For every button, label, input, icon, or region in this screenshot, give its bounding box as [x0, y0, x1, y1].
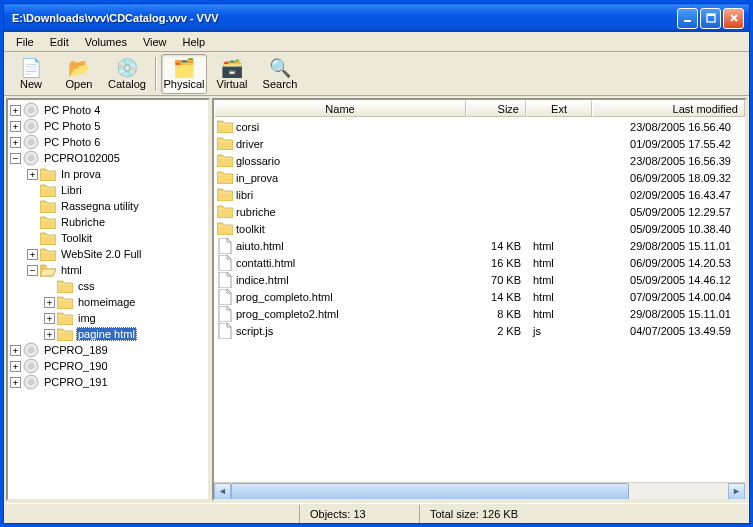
list-row[interactable]: rubriche05/09/2005 12.29.57: [215, 203, 744, 220]
menu-file[interactable]: File: [8, 34, 42, 50]
tree-item[interactable]: Toolkit: [10, 230, 206, 246]
close-button[interactable]: [723, 8, 744, 29]
expander-icon[interactable]: +: [27, 169, 38, 180]
app-window: E:\Downloads\vvv\CDCatalog.vvv - VVV Fil…: [3, 3, 750, 524]
file-name: script.js: [236, 325, 273, 337]
tree-item[interactable]: Libri: [10, 182, 206, 198]
expander-icon[interactable]: +: [44, 313, 55, 324]
open-button[interactable]: 📂Open: [56, 54, 102, 94]
file-name: prog_completo2.html: [236, 308, 339, 320]
folder-icon: [217, 170, 233, 186]
tree-item[interactable]: +PCPRO_190: [10, 358, 206, 374]
list-row[interactable]: toolkit05/09/2005 10.38.40: [215, 220, 744, 237]
expander-icon[interactable]: +: [10, 105, 21, 116]
list-row[interactable]: script.js2 KBjs04/07/2005 13.49.59: [215, 322, 744, 339]
tree-item[interactable]: +PC Photo 5: [10, 118, 206, 134]
tree-item[interactable]: css: [10, 278, 206, 294]
list-row[interactable]: indice.html70 KBhtml05/09/2005 14.46.12: [215, 271, 744, 288]
search-button[interactable]: 🔍Search: [257, 54, 303, 94]
tree-item[interactable]: +pagine html: [10, 326, 206, 342]
tree-label: img: [76, 312, 98, 324]
expander-icon[interactable]: +: [10, 137, 21, 148]
menu-volumes[interactable]: Volumes: [77, 34, 135, 50]
minimize-button[interactable]: [677, 8, 698, 29]
virtual-button[interactable]: 🗃️Virtual: [209, 54, 255, 94]
tree-item[interactable]: Rassegna utility: [10, 198, 206, 214]
file-date: 29/08/2005 15.11.01: [593, 308, 743, 320]
titlebar[interactable]: E:\Downloads\vvv\CDCatalog.vvv - VVV: [4, 4, 749, 32]
list-row[interactable]: prog_completo.html14 KBhtml07/09/2005 14…: [215, 288, 744, 305]
expander-icon[interactable]: +: [44, 329, 55, 340]
expander-icon[interactable]: +: [27, 249, 38, 260]
column-name[interactable]: Name: [214, 100, 466, 117]
file-size: 14 KB: [467, 291, 527, 303]
tree-item[interactable]: +homeimage: [10, 294, 206, 310]
expander-icon[interactable]: −: [10, 153, 21, 164]
file-icon: [217, 272, 233, 288]
cd-icon: [23, 120, 39, 133]
list-row[interactable]: corsi23/08/2005 16.56.40: [215, 118, 744, 135]
tree-view[interactable]: +PC Photo 4+PC Photo 5+PC Photo 6−PCPRO1…: [6, 98, 210, 501]
cd-icon: 💿: [116, 58, 138, 78]
column-ext[interactable]: Ext: [526, 100, 592, 117]
tree-item[interactable]: +In prova: [10, 166, 206, 182]
folder-icon: [217, 119, 233, 135]
column-date[interactable]: Last modified: [592, 100, 745, 117]
column-size[interactable]: Size: [466, 100, 526, 117]
tree-item[interactable]: +PC Photo 6: [10, 134, 206, 150]
status-objects: Objects: 13: [299, 505, 419, 523]
folder-icon: [217, 153, 233, 169]
file-ext: html: [527, 308, 593, 320]
tree-label: PC Photo 6: [42, 136, 102, 148]
list-row[interactable]: contatti.html16 KBhtml06/09/2005 14.20.5…: [215, 254, 744, 271]
folder-icon: [40, 216, 56, 229]
file-size: 8 KB: [467, 308, 527, 320]
new-button[interactable]: 📄New: [8, 54, 54, 94]
menubar: File Edit Volumes View Help: [4, 32, 749, 52]
cd-icon: [23, 136, 39, 149]
cd-icon: [23, 344, 39, 357]
file-date: 01/09/2005 17.55.42: [593, 138, 743, 150]
scroll-thumb[interactable]: [231, 483, 629, 500]
list-row[interactable]: libri02/09/2005 16.43.47: [215, 186, 744, 203]
scroll-right-button[interactable]: ►: [728, 483, 745, 500]
tree-label: pagine html: [76, 327, 137, 341]
menu-edit[interactable]: Edit: [42, 34, 77, 50]
tree-item[interactable]: −PCPRO102005: [10, 150, 206, 166]
expander-icon[interactable]: +: [10, 121, 21, 132]
tree-item[interactable]: +PCPRO_189: [10, 342, 206, 358]
list-row[interactable]: in_prova06/09/2005 18.09.32: [215, 169, 744, 186]
expander-icon[interactable]: +: [10, 361, 21, 372]
menu-help[interactable]: Help: [175, 34, 214, 50]
file-ext: html: [527, 291, 593, 303]
status-size: Total size: 126 KB: [419, 505, 749, 523]
tree-label: Libri: [59, 184, 84, 196]
list-row[interactable]: driver01/09/2005 17.55.42: [215, 135, 744, 152]
list-row[interactable]: prog_completo2.html8 KBhtml29/08/2005 15…: [215, 305, 744, 322]
tree-item[interactable]: +img: [10, 310, 206, 326]
tree-item[interactable]: +PCPRO_191: [10, 374, 206, 390]
expander-icon[interactable]: +: [10, 345, 21, 356]
file-icon: [217, 323, 233, 339]
scroll-left-button[interactable]: ◄: [214, 483, 231, 500]
tree-item[interactable]: −html: [10, 262, 206, 278]
catalog-button[interactable]: 💿Catalog: [104, 54, 150, 94]
list-body[interactable]: corsi23/08/2005 16.56.40driver01/09/2005…: [214, 117, 745, 482]
expander-icon[interactable]: −: [27, 265, 38, 276]
tree-item[interactable]: +PC Photo 4: [10, 102, 206, 118]
scroll-track[interactable]: [231, 483, 728, 500]
horizontal-scrollbar[interactable]: ◄ ►: [214, 482, 745, 499]
list-row[interactable]: aiuto.html14 KBhtml29/08/2005 15.11.01: [215, 237, 744, 254]
tree-item[interactable]: +WebSite 2.0 Full: [10, 246, 206, 262]
expander-icon[interactable]: +: [44, 297, 55, 308]
physical-button[interactable]: 🗂️Physical: [161, 54, 207, 94]
list-row[interactable]: glossario23/08/2005 16.56.39: [215, 152, 744, 169]
expander-icon[interactable]: +: [10, 377, 21, 388]
file-date: 29/08/2005 15.11.01: [593, 240, 743, 252]
file-name: aiuto.html: [236, 240, 284, 252]
file-date: 06/09/2005 18.09.32: [593, 172, 743, 184]
menu-view[interactable]: View: [135, 34, 175, 50]
maximize-button[interactable]: [700, 8, 721, 29]
tree-item[interactable]: Rubriche: [10, 214, 206, 230]
file-size: 2 KB: [467, 325, 527, 337]
